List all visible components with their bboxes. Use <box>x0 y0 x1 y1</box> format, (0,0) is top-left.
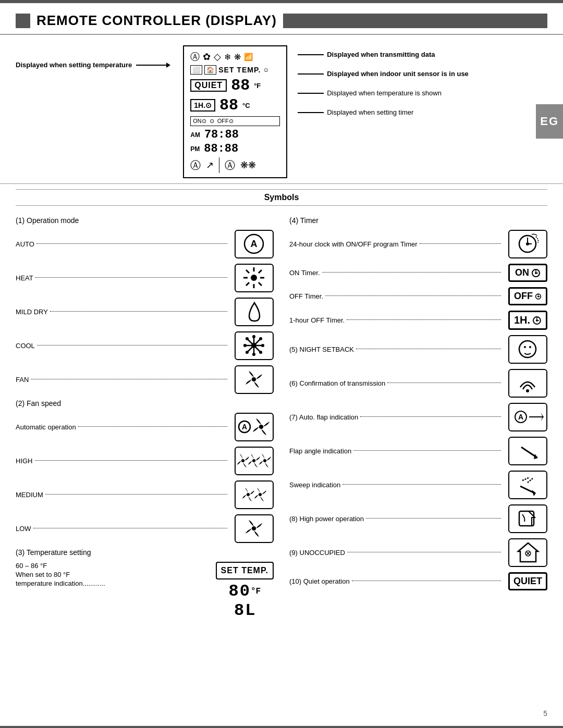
symbol-off-timer: OFF Timer. OFF <box>289 287 547 305</box>
symbol-transmission: (6) Confirmation of transmission <box>289 369 547 398</box>
title-section: REMOTE CONTROLLER (DISPLAY) <box>0 3 563 35</box>
auto-fan-label: Automatic operation <box>16 423 229 431</box>
symbol-24h-timer: 24-hour clock with ON/OFF program Timer <box>289 230 547 258</box>
section2-title: (2) Fan speed <box>16 399 274 408</box>
lcd-quiet-label: QUIET <box>190 79 227 92</box>
night-setback-symbol-box <box>508 335 547 364</box>
symbol-high-fan: HIGH <box>16 447 274 475</box>
lcd-celsius: °C <box>242 102 250 109</box>
disp-label-transmit: Displayed when transmitting data <box>327 51 435 58</box>
symbol-sweep: Sweep indication <box>289 471 547 499</box>
svg-point-20 <box>246 337 249 340</box>
set-temp-unit: °F <box>251 587 261 596</box>
symbol-mild-dry: MILD DRY <box>16 298 274 326</box>
bottom-bar <box>0 726 563 728</box>
page-number: 5 <box>543 709 547 718</box>
symbol-heat: HEAT <box>16 264 274 292</box>
medium-fan-label: MEDIUM <box>16 491 229 499</box>
on-timer-box: ON <box>508 264 547 282</box>
setting-temp-label: Displayed when setting temperature <box>16 61 132 69</box>
heat-label: HEAT <box>16 274 229 282</box>
auto-label: AUTO <box>16 240 229 248</box>
svg-point-50 <box>519 341 536 357</box>
svg-marker-61 <box>532 490 536 496</box>
symbol-auto-fan: Automatic operation A <box>16 413 274 441</box>
sweep-symbol-box <box>508 471 547 499</box>
svg-text:A: A <box>518 413 523 421</box>
set-temp-value2: 0 <box>240 582 250 601</box>
1h-timer-label: 1-hour OFF Timer. <box>289 316 503 324</box>
fan-symbol-box <box>235 365 274 394</box>
display-right-labels: Displayed when transmitting data Display… <box>298 45 469 116</box>
svg-point-29 <box>252 459 255 462</box>
lcd-display: Ⓐ ✿ ◇ ❄ ❋ 📶 ⬜ 🏠 SET TEMP. ☺ QUIET <box>183 45 287 178</box>
page-wrapper: REMOTE CONTROLLER (DISPLAY) Displayed wh… <box>0 0 563 728</box>
cool-label: COOL <box>16 342 229 350</box>
set-temp-text: SET TEMP. <box>221 566 268 575</box>
transmission-label: (6) Confirmation of transmission <box>289 379 503 387</box>
symbol-on-timer: ON Timer. ON <box>289 264 547 282</box>
svg-point-18 <box>243 344 247 347</box>
svg-point-31 <box>247 493 250 496</box>
symbol-cool: COOL <box>16 331 274 360</box>
section3-block: (3) Temperature setting 60 – 86 °F When … <box>16 548 274 620</box>
display-left-label: Displayed when setting temperature <box>16 45 167 69</box>
svg-point-30 <box>263 459 266 462</box>
svg-text:A: A <box>242 423 247 431</box>
temp-setting-label: 60 – 86 °F When set to 80 °F temperature… <box>16 562 211 588</box>
flap-angle-label: Flap angle indication <box>289 447 503 455</box>
low-fan-symbol-box <box>235 514 274 543</box>
title-accent-left <box>16 14 30 28</box>
svg-point-23 <box>246 351 249 354</box>
svg-point-17 <box>252 353 255 356</box>
symbol-medium-fan: MEDIUM <box>16 480 274 509</box>
disp-label-sensor: Displayed when indoor unit sensor is in … <box>327 70 469 78</box>
svg-point-28 <box>241 459 244 462</box>
svg-point-19 <box>261 344 264 347</box>
symbol-unoccupied: (9) UNOCCUPIED <box>289 538 547 567</box>
set-temp-label-box: SET TEMP. <box>216 562 274 579</box>
high-fan-symbol-box <box>235 447 274 475</box>
flap-angle-symbol-box <box>508 437 547 465</box>
lcd-time2: 88:88 <box>204 142 238 155</box>
sweep-label: Sweep indication <box>289 481 503 489</box>
svg-point-33 <box>252 526 256 530</box>
lcd-am: AM <box>190 131 200 139</box>
svg-line-63 <box>528 478 533 483</box>
symbol-flap-angle: Flap angle indication <box>289 437 547 465</box>
svg-line-8 <box>259 282 262 286</box>
fan-label: FAN <box>16 376 229 384</box>
svg-text:A: A <box>251 239 258 249</box>
page-title: REMOTE CONTROLLER (DISPLAY) <box>36 13 277 29</box>
mild-dry-symbol-box <box>235 298 274 326</box>
svg-line-10 <box>246 282 249 286</box>
on-timer-label: ON Timer. <box>289 269 503 277</box>
unoccupied-label: (9) UNOCCUPIED <box>289 549 503 557</box>
eg-section-badge: EG <box>536 104 563 139</box>
set-temp-value-display2: 8 L <box>216 601 274 620</box>
lcd-row2: ⬜ 🏠 SET TEMP. ☺ <box>190 65 280 75</box>
svg-point-24 <box>252 377 256 381</box>
svg-point-15 <box>251 343 256 348</box>
disp-label-temp: Displayed when temperature is shown <box>327 89 442 97</box>
quiet-op-label: (10) Quiet operation <box>289 577 503 585</box>
title-accent-right <box>283 14 547 28</box>
svg-line-62 <box>522 477 530 480</box>
symbols-section: Symbols (1) Operation mode AUTO A <box>0 189 563 625</box>
section3-title: (3) Temperature setting <box>16 548 274 557</box>
svg-point-16 <box>252 335 255 338</box>
svg-point-51 <box>524 346 526 348</box>
disp-label-timer: Displayed when setting timer <box>327 108 413 116</box>
section4-title: (4) Timer <box>289 216 547 225</box>
off-timer-label: OFF Timer. <box>289 292 503 300</box>
symbol-night-setback: (5) NIGHT SETBACK <box>289 335 547 364</box>
cool-symbol-box <box>235 331 274 360</box>
svg-marker-65 <box>518 543 538 562</box>
svg-line-60 <box>520 486 534 493</box>
symbols-left-col: (1) Operation mode AUTO A <box>16 213 274 625</box>
24h-timer-label: 24-hour clock with ON/OFF program Timer <box>289 240 503 248</box>
symbol-quiet-op: (10) Quiet operation QUIET <box>289 572 547 590</box>
lcd-bottom-icons: Ⓐ ↗ Ⓐ ❋❋ <box>190 157 280 173</box>
symbols-header: Symbols <box>16 189 547 206</box>
unoccupied-symbol-box <box>508 538 547 567</box>
